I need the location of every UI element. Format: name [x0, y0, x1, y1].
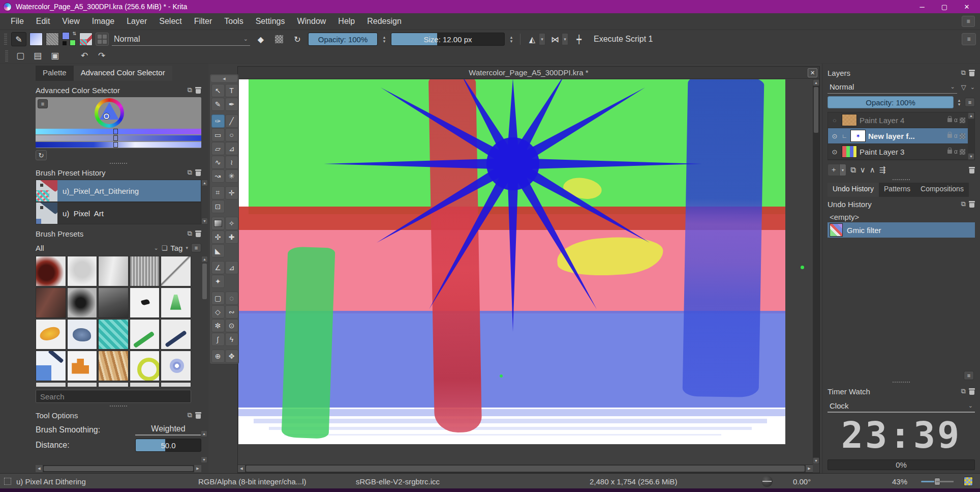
distance-slider[interactable]: 50.0	[135, 439, 201, 452]
close-docker-icon[interactable]	[195, 230, 201, 237]
brush-preset-cell[interactable]	[130, 256, 160, 286]
layer-list-scrollbar[interactable]: ▲ ▼	[968, 112, 974, 160]
tool-pan[interactable]: ✥	[225, 350, 238, 363]
float-docker-icon[interactable]: ⧉	[188, 229, 192, 238]
close-docker-icon[interactable]	[195, 412, 201, 419]
scroll-up-icon[interactable]: ▲	[968, 112, 974, 119]
scroll-left-icon[interactable]: ◀	[238, 465, 245, 472]
saturation-bar[interactable]	[36, 135, 201, 141]
float-docker-icon[interactable]: ⧉	[961, 200, 966, 208]
background-color[interactable]	[70, 40, 76, 46]
saturation-bar-handle[interactable]	[113, 135, 118, 141]
brush-preset-cell[interactable]	[36, 287, 66, 318]
zoom-options-icon[interactable]	[964, 474, 973, 489]
menu-help[interactable]: Help	[332, 15, 360, 28]
mirror-vertical-options[interactable]: ▾	[562, 33, 568, 45]
tool-rect-select[interactable]: ▢	[211, 292, 225, 305]
brush-preset-cell[interactable]	[98, 256, 129, 286]
layer-opacity-slider[interactable]: Opacity: 100%	[828, 96, 954, 108]
tab-patterns[interactable]: Patterns	[879, 183, 915, 197]
tab-palette[interactable]: Palette	[36, 66, 74, 81]
float-docker-icon[interactable]: ⧉	[188, 411, 192, 419]
menu-redesign[interactable]: Redesign	[361, 15, 407, 28]
document-close-icon[interactable]: ✕	[808, 68, 817, 77]
scroll-down-icon[interactable]: ▼	[968, 153, 974, 160]
brush-smoothing-combo[interactable]: Weighted	[135, 424, 201, 436]
save-document-icon[interactable]: ▣	[49, 50, 61, 61]
tool-freehand-brush[interactable]: ✑	[211, 114, 225, 128]
tool-assistants-edit[interactable]: ⊿	[225, 261, 238, 274]
size-slider[interactable]: Size: 12.00 px	[391, 33, 505, 46]
hue-bar-handle[interactable]	[113, 129, 118, 134]
canvas-hscrollbar[interactable]: ◀ ▶	[238, 465, 813, 473]
scroll-up-icon[interactable]: ▲	[201, 180, 208, 186]
zoom-slider-handle[interactable]	[934, 478, 940, 485]
rotation-angle-label[interactable]: 0.00°	[793, 474, 811, 489]
alpha-icon[interactable]: α	[954, 117, 958, 124]
close-docker-icon[interactable]	[969, 201, 975, 208]
brush-preset-cell[interactable]	[98, 287, 129, 318]
undo-icon[interactable]: ↶	[78, 50, 90, 61]
document-titlebar[interactable]: Watercolor_Page_A5_300DPI.kra * ✕	[238, 67, 819, 79]
menu-edit[interactable]: Edit	[30, 15, 56, 28]
close-docker-icon[interactable]	[195, 87, 201, 94]
preserve-alpha-icon[interactable]	[271, 32, 287, 46]
scroll-down-icon[interactable]: ▼	[201, 218, 208, 224]
menu-view[interactable]: View	[56, 15, 85, 28]
tool-options-scrollbar[interactable]: ▲ ▼	[201, 430, 207, 463]
brush-preset-cell[interactable]	[130, 319, 160, 350]
tool-text[interactable]: T	[225, 84, 238, 97]
canvas-page[interactable]	[238, 79, 785, 444]
acs-settings-icon[interactable]: ≡	[38, 99, 48, 108]
hue-ring[interactable]	[95, 98, 124, 128]
search-input[interactable]	[36, 390, 191, 403]
swap-colors-icon[interactable]: ⇅	[72, 31, 76, 36]
tool-freehand-path[interactable]: ≀	[225, 156, 238, 169]
menu-window[interactable]: Window	[291, 15, 331, 28]
tool-enclose-fill[interactable]: ⊙	[225, 319, 238, 332]
menu-layer[interactable]: Layer	[121, 15, 152, 28]
brush-preset-cell[interactable]	[36, 351, 66, 381]
advanced-color-selector-widget[interactable]: ≡	[36, 97, 201, 148]
tool-bezier-curve[interactable]: ∿	[211, 156, 225, 169]
redo-icon[interactable]: ↷	[96, 50, 108, 61]
black-white-reset-icon[interactable]	[63, 41, 67, 45]
brush-preset-cell[interactable]	[130, 351, 160, 381]
tool-similar-color-select[interactable]: ✼	[211, 319, 225, 332]
scroll-left-icon[interactable]: ◀	[36, 465, 43, 472]
float-docker-icon[interactable]: ⧉	[188, 168, 192, 177]
brush-preset-cell[interactable]	[98, 351, 129, 381]
scroll-up-icon[interactable]: ▲	[813, 79, 819, 86]
tool-multibrush[interactable]: ✳	[225, 169, 238, 183]
left-dock-hscrollbar[interactable]: ◀ ▶	[36, 465, 201, 472]
dock-splitter[interactable]	[36, 161, 201, 165]
tool-move[interactable]: ✛	[225, 186, 238, 199]
tab-compositions[interactable]: Compositions	[915, 183, 969, 197]
preset-filter-combo[interactable]: All	[36, 244, 44, 252]
color-mode-label[interactable]: RGB/Alpha (8-bit integer/cha...l)	[198, 474, 307, 489]
tool-calligraphy[interactable]: ✒	[225, 98, 238, 111]
file-toolbar-grip[interactable]	[5, 50, 8, 62]
layer-properties-icon[interactable]: ⇶	[879, 165, 886, 175]
alpha-icon[interactable]: α	[954, 132, 958, 139]
float-docker-icon[interactable]: ⧉	[961, 387, 966, 395]
alpha-inherit-icon[interactable]	[960, 149, 965, 155]
visibility-icon[interactable]: ○	[830, 117, 839, 124]
dock-splitter[interactable]	[828, 380, 975, 384]
alpha-inherit-icon[interactable]	[960, 133, 965, 139]
menu-file[interactable]: File	[5, 15, 29, 28]
scrollbar-thumb[interactable]	[814, 87, 818, 133]
value-bar-handle[interactable]	[113, 142, 118, 148]
new-document-icon[interactable]: ▢	[14, 50, 26, 61]
tool-color-sampler[interactable]: ✧	[225, 217, 238, 230]
tool-polygon[interactable]: ▱	[211, 142, 225, 155]
canvas-vscrollbar[interactable]: ▲ ▼	[813, 79, 819, 464]
lock-icon[interactable]	[947, 150, 952, 154]
color-profile-label[interactable]: sRGB-elle-V2-srgbtrc.icc	[356, 474, 440, 489]
float-docker-icon[interactable]: ⧉	[961, 69, 966, 77]
close-button[interactable]: ✕	[957, 1, 977, 12]
add-layer-dropdown[interactable]: ▾	[840, 164, 846, 176]
foreground-background-colors[interactable]: ⇅	[62, 32, 76, 46]
tool-smart-patch[interactable]: ✚	[225, 230, 238, 244]
scrollbar-thumb[interactable]	[44, 466, 193, 471]
